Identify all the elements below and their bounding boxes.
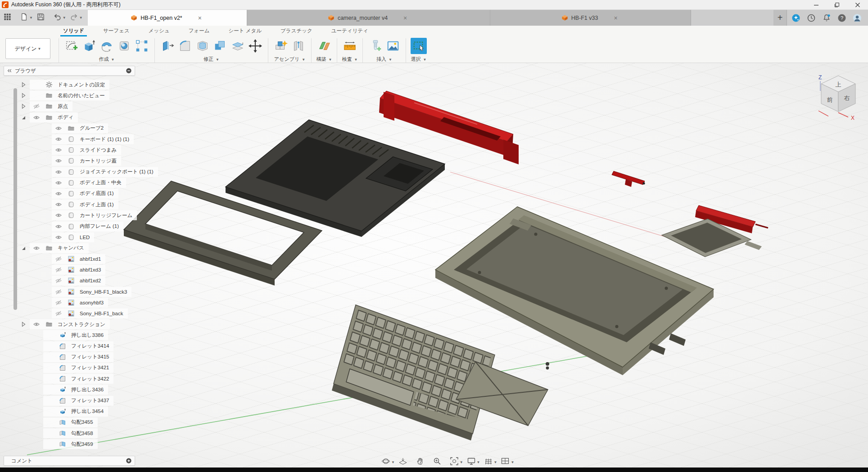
combine-icon[interactable] bbox=[212, 38, 228, 54]
group-label-construct[interactable]: 構築 ▼ bbox=[316, 56, 332, 63]
browser-tree-row[interactable]: フィレット3437 bbox=[0, 395, 113, 406]
browser-tree-row[interactable]: 勾配3458 bbox=[0, 428, 98, 439]
nav-bar-button[interactable]: ▼ bbox=[415, 456, 430, 468]
fillet-icon[interactable] bbox=[177, 38, 193, 54]
eye-on-icon[interactable] bbox=[52, 168, 65, 176]
eye-on-icon[interactable] bbox=[52, 179, 65, 186]
quick-access-button[interactable]: ▼ bbox=[2, 12, 18, 24]
ribbon-tab[interactable]: フォーム bbox=[188, 27, 211, 35]
eye-on-icon[interactable] bbox=[52, 234, 65, 241]
expander-expanded-icon[interactable] bbox=[17, 245, 30, 252]
group-label-assemble[interactable]: アセンブリ ▼ bbox=[274, 56, 305, 63]
eye-on-icon[interactable] bbox=[52, 190, 65, 197]
browser-tree-row[interactable]: ボディ bbox=[0, 112, 78, 123]
eye-on-icon[interactable] bbox=[52, 136, 65, 143]
browser-tree-row[interactable]: スライドつまみ bbox=[0, 145, 121, 155]
extrude-icon[interactable] bbox=[81, 38, 97, 54]
browser-tree-row[interactable]: カートリッジ蓋 bbox=[0, 155, 121, 166]
browser-tree-row[interactable]: 押し出し3454 bbox=[0, 406, 108, 417]
nav-bar-button[interactable]: ▼ bbox=[432, 456, 447, 468]
move-icon[interactable] bbox=[247, 38, 263, 54]
browser-tree-row[interactable]: 勾配3459 bbox=[0, 439, 98, 449]
ribbon-tab[interactable]: ユーティリティ bbox=[330, 27, 369, 35]
browser-tree-row[interactable]: 内部フレーム (1) bbox=[0, 221, 123, 231]
eye-off-icon[interactable] bbox=[52, 299, 65, 306]
group-label-select[interactable]: 選択 ▼ bbox=[411, 56, 427, 63]
browser-tree-row[interactable]: ボディ底面 (1) bbox=[0, 188, 118, 199]
maximize-icon[interactable] bbox=[827, 0, 847, 10]
eye-on-icon[interactable] bbox=[52, 125, 65, 132]
hole-icon[interactable] bbox=[116, 38, 132, 54]
nav-bar-button[interactable]: ▼ bbox=[449, 456, 464, 468]
ribbon-tab[interactable]: ソリッド bbox=[62, 27, 85, 35]
browser-tree-row[interactable]: ジョイスティックポート (1) (1) bbox=[0, 167, 158, 177]
browser-tree-row[interactable]: 原点 bbox=[0, 101, 72, 112]
comment-bar[interactable]: コメント bbox=[4, 456, 135, 466]
view-cube[interactable]: Z 上 前 右 X bbox=[813, 68, 863, 123]
revolve-icon[interactable] bbox=[99, 38, 115, 54]
document-tab[interactable]: HB-F1 v33 × bbox=[490, 10, 691, 26]
extensions-icon[interactable] bbox=[791, 14, 800, 23]
expander-collapsed-icon[interactable] bbox=[17, 321, 30, 328]
eye-off-icon[interactable] bbox=[52, 266, 65, 273]
eye-on-icon[interactable] bbox=[52, 212, 65, 219]
insert-canvas-icon[interactable] bbox=[385, 38, 401, 54]
eye-on-icon[interactable] bbox=[30, 321, 43, 328]
quick-access-button[interactable]: ▼ bbox=[35, 12, 51, 24]
close-tab-icon[interactable]: × bbox=[402, 14, 409, 22]
construct-plane-icon[interactable] bbox=[316, 38, 332, 54]
browser-tree-row[interactable]: コンストラクション bbox=[0, 319, 110, 330]
collapse-arrows-icon[interactable] bbox=[4, 68, 15, 73]
minimize-icon[interactable] bbox=[806, 0, 827, 10]
eye-off-icon[interactable] bbox=[52, 255, 65, 263]
browser-tree-row[interactable]: 勾配3455 bbox=[0, 417, 98, 428]
shell-icon[interactable] bbox=[194, 38, 211, 54]
nav-bar-button[interactable]: ▼ bbox=[398, 456, 413, 468]
close-tab-icon[interactable]: × bbox=[196, 14, 203, 22]
browser-tree-row[interactable]: ボディ上面 (1) bbox=[0, 199, 118, 210]
expander-expanded-icon[interactable] bbox=[17, 114, 30, 121]
browser-tree-row[interactable]: フィレット3414 bbox=[0, 341, 113, 352]
pattern-icon[interactable] bbox=[134, 38, 150, 54]
quick-access-button[interactable]: ▼ bbox=[18, 12, 34, 24]
select-icon[interactable] bbox=[411, 38, 427, 54]
quick-access-button[interactable]: ▼ bbox=[52, 12, 68, 24]
measure-icon[interactable] bbox=[342, 38, 358, 54]
group-label-create[interactable]: 作成 ▼ bbox=[99, 56, 115, 63]
eye-off-icon[interactable] bbox=[52, 288, 65, 295]
browser-tree-row[interactable]: ボディ上面・中央 bbox=[0, 177, 126, 188]
offset-face-icon[interactable] bbox=[230, 38, 246, 54]
notifications-icon[interactable] bbox=[822, 14, 831, 23]
ribbon-tab[interactable]: プラスチック bbox=[280, 27, 313, 35]
browser-tree-row[interactable]: 押し出し3436 bbox=[0, 384, 108, 395]
eye-on-icon[interactable] bbox=[52, 157, 65, 164]
joint-icon[interactable] bbox=[290, 38, 307, 54]
eye-off-icon[interactable] bbox=[30, 103, 43, 110]
browser-tree-row[interactable]: キーボード (1) (1) (1) bbox=[0, 134, 134, 145]
avatar-icon[interactable] bbox=[853, 14, 862, 23]
eye-off-icon[interactable] bbox=[52, 310, 65, 317]
nav-bar-button[interactable]: ▼ bbox=[466, 456, 481, 468]
quick-access-button[interactable]: ▼ bbox=[68, 12, 84, 24]
create-sketch-icon[interactable] bbox=[63, 38, 80, 54]
eye-on-icon[interactable] bbox=[30, 114, 43, 121]
browser-tree-row[interactable]: フィレット3415 bbox=[0, 352, 113, 363]
eye-on-icon[interactable] bbox=[52, 201, 65, 208]
browser-header[interactable]: ブラウザ bbox=[4, 66, 135, 76]
new-tab-button[interactable]: + bbox=[773, 10, 787, 26]
nav-bar-button[interactable]: ▼ bbox=[500, 456, 515, 468]
document-tab[interactable]: camera_mounter v4 × bbox=[247, 10, 490, 26]
close-tab-icon[interactable]: × bbox=[612, 14, 619, 22]
eye-on-icon[interactable] bbox=[52, 146, 65, 154]
browser-tree-row[interactable]: カートリッジフレーム bbox=[0, 210, 137, 221]
plus-circle-icon[interactable] bbox=[126, 458, 132, 464]
new-component-icon[interactable] bbox=[273, 38, 289, 54]
insert-fastener-icon[interactable] bbox=[367, 38, 384, 54]
group-label-insert[interactable]: 挿入 ▼ bbox=[376, 56, 392, 63]
browser-tree-row[interactable]: Sony_HB-F1_black3 bbox=[0, 286, 131, 297]
group-label-inspect[interactable]: 検査 ▼ bbox=[342, 56, 358, 63]
eye-on-icon[interactable] bbox=[30, 245, 43, 252]
expander-collapsed-icon[interactable] bbox=[17, 103, 30, 110]
nav-bar-button[interactable]: ▼ bbox=[483, 456, 498, 468]
group-label-modify[interactable]: 修正 ▼ bbox=[203, 56, 219, 63]
